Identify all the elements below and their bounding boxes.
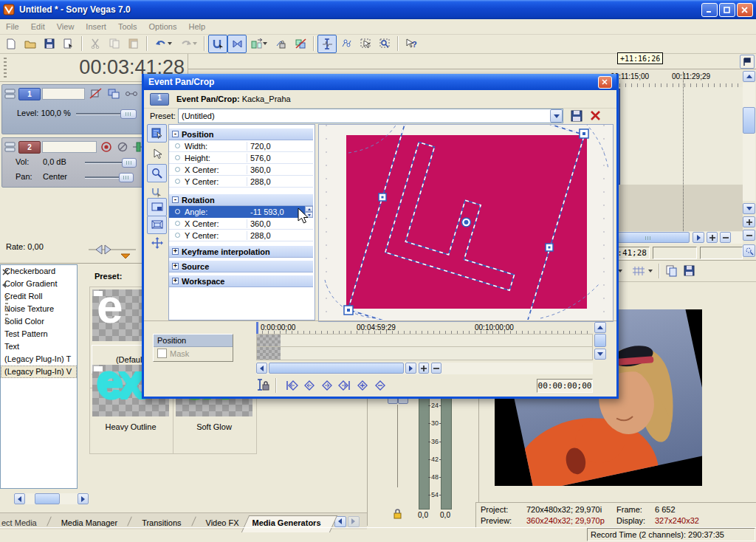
title-bar[interactable]: Untitled * - Sony Vegas 7.0 <box>0 0 756 19</box>
property-row[interactable]: Width:720,0 <box>169 140 313 152</box>
selection-end-box[interactable] <box>653 247 697 259</box>
track-resize-handle-icon[interactable] <box>4 141 16 153</box>
overlays-grid-icon[interactable] <box>633 265 646 277</box>
dialog-title-bar[interactable]: Event Pan/Crop <box>144 74 616 90</box>
properties-icon[interactable] <box>59 35 78 53</box>
menu-insert[interactable]: Insert <box>80 20 112 33</box>
enable-snapping-icon[interactable] <box>208 35 227 53</box>
master-fader-groove[interactable] <box>397 405 398 487</box>
lock-envelopes-icon[interactable] <box>272 35 291 53</box>
track-number-badge[interactable]: 2 <box>18 141 41 154</box>
track-fx-icon[interactable] <box>125 88 140 100</box>
section-header-keyframe-interpolation[interactable]: +Keyframe interpolation <box>169 245 313 258</box>
zoom-in-track-button[interactable] <box>743 216 755 227</box>
rate-slider[interactable] <box>89 244 140 255</box>
pan-slider-handle[interactable] <box>119 173 134 182</box>
list-item[interactable]: Color Gradient <box>1 278 77 290</box>
zoom-out-time-button[interactable] <box>720 232 731 243</box>
tab-transitions[interactable]: Transitions <box>137 515 185 527</box>
paste-icon[interactable] <box>124 35 143 53</box>
kf-zoom-out-button[interactable] <box>431 363 441 374</box>
generator-list[interactable]: Checkerboard Color Gradient Credit Roll … <box>0 264 78 489</box>
property-row[interactable]: X Center:360,0 <box>169 164 313 176</box>
copy-snapshot-icon[interactable] <box>666 265 678 277</box>
new-project-icon[interactable] <box>1 35 21 53</box>
property-row[interactable]: Y Center:288,0 <box>169 176 313 188</box>
open-icon[interactable] <box>21 35 40 53</box>
arm-record-icon[interactable] <box>100 141 112 153</box>
list-item-selected[interactable]: (Legacy Plug-In) V <box>1 366 77 378</box>
lock-fader-icon[interactable] <box>393 508 402 519</box>
envelope-edit-tool-icon[interactable] <box>337 35 356 53</box>
show-properties-tool[interactable] <box>147 124 167 143</box>
section-header-position[interactable]: -Position <box>169 128 313 140</box>
zoom-out-track-button[interactable] <box>743 230 755 241</box>
menu-tools[interactable]: Tools <box>112 20 143 33</box>
pan-slider-groove[interactable] <box>85 176 122 179</box>
track-resize-handle-icon[interactable] <box>4 88 16 100</box>
save-preset-icon[interactable] <box>571 110 583 122</box>
insert-keyframe-button[interactable] <box>354 378 371 393</box>
redo-icon[interactable] <box>176 35 201 53</box>
list-item[interactable]: Test Pattern <box>1 328 77 340</box>
section-header-source[interactable]: +Source <box>169 260 313 272</box>
keyframe-row-position[interactable]: Position <box>154 335 233 347</box>
property-value[interactable]: 360,0 <box>247 165 296 174</box>
zoom-edit-tool-icon[interactable] <box>375 35 394 53</box>
save-icon[interactable] <box>40 35 59 53</box>
copy-icon[interactable] <box>105 35 124 53</box>
menu-help[interactable]: Help <box>182 20 211 33</box>
property-row-angle-selected[interactable]: Angle: -11 593,0 <box>169 206 313 218</box>
track-motion-icon[interactable] <box>107 88 120 100</box>
minimize-button[interactable] <box>701 3 718 17</box>
keyframe-cursor[interactable] <box>256 322 258 334</box>
keyframe-track[interactable] <box>256 334 593 347</box>
property-value[interactable]: 288,0 <box>247 177 296 186</box>
keyframe-ruler[interactable]: 0:00:00;00 00:04:59;29 00:10:00;00 <box>256 322 593 335</box>
tab-video-fx[interactable]: Video FX <box>202 515 244 527</box>
preset-combo-dropdown-icon[interactable] <box>550 109 563 123</box>
zoom-in-time-button[interactable] <box>707 232 718 243</box>
next-keyframe-button[interactable] <box>318 378 336 393</box>
vol-slider-groove[interactable] <box>85 162 122 164</box>
property-row[interactable]: X Center:360,0 <box>169 218 313 230</box>
level-slider-handle[interactable] <box>120 109 137 119</box>
sync-cursor-icon[interactable] <box>256 379 269 392</box>
selection-edit-tool-icon[interactable] <box>356 35 375 53</box>
list-item[interactable]: Noise Texture <box>1 303 77 315</box>
cut-icon[interactable] <box>86 35 105 53</box>
keyframe-h-scrollbar[interactable] <box>256 363 593 374</box>
preset-combo[interactable]: (Untitled) <box>178 109 563 123</box>
menu-view[interactable]: View <box>51 20 80 33</box>
list-scrollbar[interactable] <box>14 493 89 504</box>
lock-aspect-tool[interactable] <box>147 198 167 216</box>
pan-crop-workspace[interactable] <box>318 124 614 322</box>
keyframe-track-mask[interactable] <box>256 347 593 360</box>
zoom-tool[interactable] <box>147 164 167 182</box>
level-slider-groove[interactable] <box>76 113 122 115</box>
keyframe-time-box[interactable]: 00:00:00;00 <box>537 379 593 393</box>
track-number-badge[interactable]: 1 <box>18 88 41 100</box>
property-value[interactable]: 360,0 <box>247 219 296 228</box>
track-name-field[interactable] <box>42 88 85 100</box>
normal-edit-tool-icon[interactable] <box>317 35 337 53</box>
zoom-tool-button[interactable] <box>743 244 755 257</box>
bypass-motion-blur-icon[interactable] <box>89 88 103 100</box>
vol-slider-handle[interactable] <box>122 158 137 168</box>
menu-file[interactable]: File <box>0 20 25 33</box>
auto-hide-panel-icon[interactable] <box>2 281 11 289</box>
property-value[interactable]: 288,0 <box>247 231 296 240</box>
playhead-cursor[interactable] <box>683 72 684 231</box>
menu-options[interactable]: Options <box>143 20 183 33</box>
tabs-scroll-right[interactable] <box>348 516 360 527</box>
drag-handle[interactable] <box>4 58 7 78</box>
whats-this-help-icon[interactable]: ? <box>402 35 421 53</box>
mask-checkbox[interactable] <box>157 349 167 358</box>
ignore-grouping-icon[interactable] <box>291 35 310 53</box>
undo-icon[interactable] <box>151 35 176 53</box>
close-button[interactable] <box>737 3 753 17</box>
list-item[interactable]: Solid Color <box>1 315 77 328</box>
restore-button[interactable] <box>719 3 735 17</box>
save-snapshot-icon[interactable] <box>684 265 695 277</box>
delete-keyframe-button[interactable] <box>371 378 389 393</box>
